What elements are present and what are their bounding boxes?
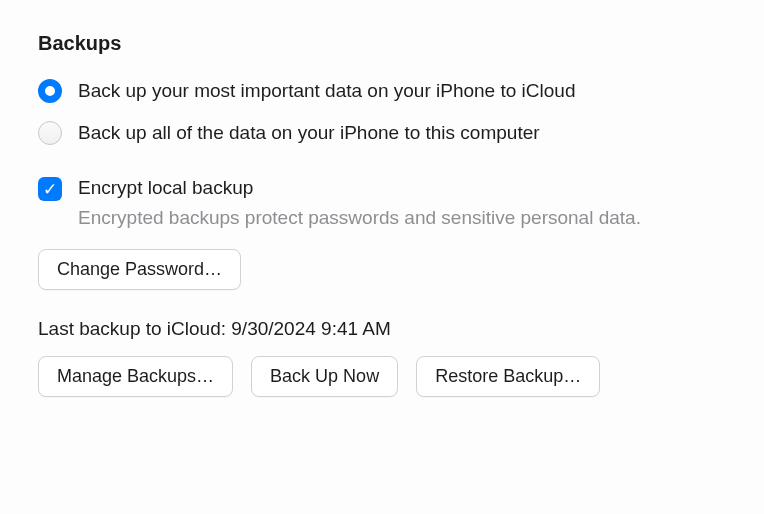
radio-backup-icloud[interactable]: Back up your most important data on your… [38, 79, 726, 103]
section-title: Backups [38, 32, 726, 55]
encrypt-label[interactable]: Encrypt local backup [78, 177, 253, 199]
change-password-button[interactable]: Change Password… [38, 249, 241, 290]
radio-selected-icon [38, 79, 62, 103]
back-up-now-button[interactable]: Back Up Now [251, 356, 398, 397]
radio-icloud-label: Back up your most important data on your… [78, 80, 575, 102]
checkbox-encrypt[interactable]: ✓ [38, 177, 62, 201]
encrypt-description: Encrypted backups protect passwords and … [78, 207, 726, 229]
last-backup-text: Last backup to iCloud: 9/30/2024 9:41 AM [38, 318, 726, 340]
checkmark-icon: ✓ [43, 181, 57, 198]
radio-backup-computer[interactable]: Back up all of the data on your iPhone t… [38, 121, 726, 145]
backup-button-row: Manage Backups… Back Up Now Restore Back… [38, 356, 726, 397]
radio-computer-label: Back up all of the data on your iPhone t… [78, 122, 540, 144]
restore-backup-button[interactable]: Restore Backup… [416, 356, 600, 397]
radio-unselected-icon [38, 121, 62, 145]
manage-backups-button[interactable]: Manage Backups… [38, 356, 233, 397]
